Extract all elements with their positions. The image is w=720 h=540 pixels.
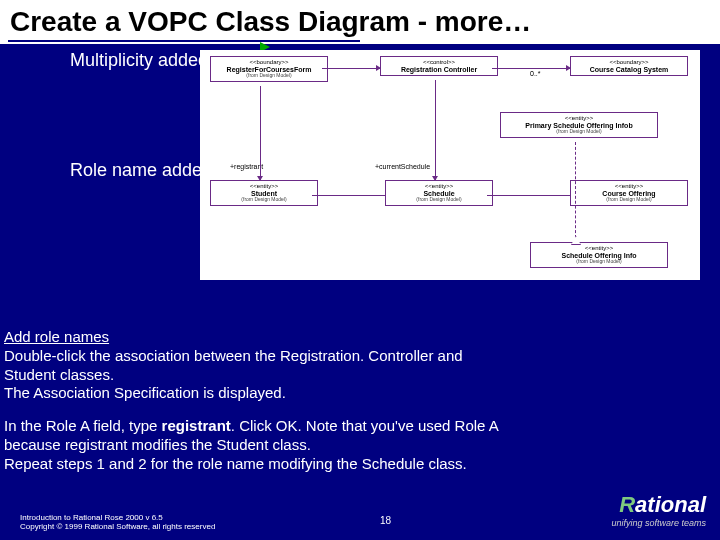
- annotation-multiplicity: Multiplicity added: [70, 50, 208, 71]
- instructions: Add role names Double-click the associat…: [4, 328, 714, 473]
- class-register-form: <<boundary>> RegisterForCoursesForm (fro…: [210, 56, 328, 82]
- multiplicity-label: 0..*: [530, 70, 541, 77]
- class-course-catalog: <<boundary>> Course Catalog System: [570, 56, 688, 76]
- class-course-offering: <<entity>> Course Offering (from Design …: [570, 180, 688, 206]
- rational-logo: Rational unifying software teams: [611, 492, 706, 528]
- role-current-schedule: +currentSchedule: [375, 163, 430, 170]
- class-primary-schedule-offering: <<entity>> Primary Schedule Offering Inf…: [500, 112, 658, 138]
- class-registration-controller: <<control>> Registration Controller: [380, 56, 498, 76]
- page-title: Create a VOPC Class Diagram - more…: [0, 0, 720, 44]
- annotation-rolename: Role name added: [70, 160, 212, 181]
- class-schedule-offering-info: <<entity>> Schedule Offering Info (from …: [530, 242, 668, 268]
- class-schedule: <<entity>> Schedule (from Design Model): [385, 180, 493, 206]
- role-registrant: +registrant: [230, 163, 263, 170]
- class-diagram: <<boundary>> RegisterForCoursesForm (fro…: [200, 50, 700, 280]
- slide-number: 18: [380, 515, 391, 526]
- instructions-heading: Add role names: [4, 328, 714, 347]
- footer: Introduction to Rational Rose 2000 v 6.5…: [20, 513, 215, 532]
- class-student: <<entity>> Student (from Design Model): [210, 180, 318, 206]
